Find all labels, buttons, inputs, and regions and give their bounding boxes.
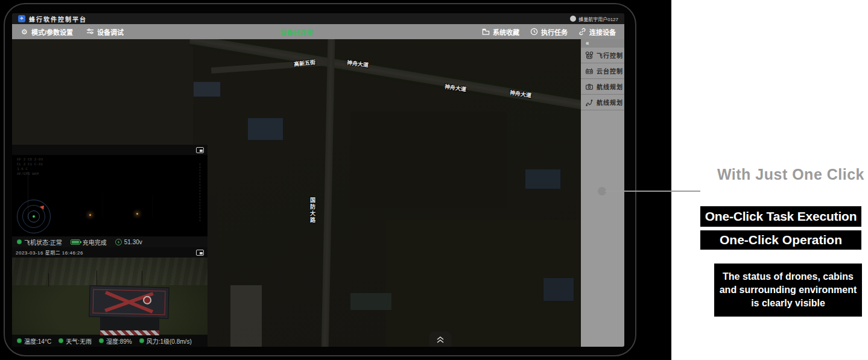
video2-status-bar: 温度:14°C 天气:无雨 湿度:89% 风力:1级(0.8m/s) xyxy=(12,335,207,347)
compass-hud xyxy=(17,200,51,233)
marketing-highlight-2: One-Click Operation xyxy=(700,230,861,250)
sidebar-item-route-planning-photo[interactable]: 航线规划 xyxy=(581,79,624,95)
description-line: is clearly visible xyxy=(751,298,825,309)
power-pole xyxy=(103,192,103,218)
street-light xyxy=(89,214,91,216)
charge-status: 充电完成 xyxy=(71,238,107,247)
title-bar: ✈ 蜂行软件控制平台 蜂巢航宇用户0127 xyxy=(12,13,624,24)
cabin-camera-feed[interactable]: 2023-03-16 星期二 16:46:26 xyxy=(12,247,207,347)
marketing-description: The status of drones, cabins and surroun… xyxy=(714,264,862,317)
hud-right-scale xyxy=(200,163,200,221)
aircraft-status: 飞机状态:正常 xyxy=(17,238,62,247)
sliders-icon xyxy=(86,28,94,36)
status-dot-green xyxy=(59,338,63,343)
description-line: The status of drones, cabins xyxy=(723,271,854,282)
expand-panel-button[interactable] xyxy=(429,332,451,347)
camera-icon xyxy=(585,83,594,91)
video1-header xyxy=(12,145,207,155)
voltage-icon xyxy=(115,239,122,245)
aircraft-status-label: 飞机状态:正常 xyxy=(24,238,62,247)
picture-in-picture-icon[interactable] xyxy=(196,147,204,153)
device-debug-label: 设备调试 xyxy=(97,27,124,37)
connect-device-button[interactable]: 连接设备 xyxy=(578,27,616,37)
picture-in-picture-icon[interactable] xyxy=(196,250,204,256)
gimbal-icon xyxy=(585,67,594,75)
weather-status: 天气:无雨 xyxy=(59,336,92,346)
page: ✈ 蜂行软件控制平台 蜂巢航宇用户0127 ⚙ 模式/参数设置 设备调试 xyxy=(0,0,868,360)
sidebar-item-route-planning[interactable]: 航线规划 xyxy=(581,95,624,110)
status-dot-green xyxy=(17,239,22,244)
user-name: 蜂巢航宇用户0127 xyxy=(578,16,618,22)
link-icon xyxy=(578,28,586,36)
charge-status-label: 充电完成 xyxy=(83,238,107,247)
app-screen: ✈ 蜂行软件控制平台 蜂巢航宇用户0127 ⚙ 模式/参数设置 设备调试 xyxy=(12,13,624,347)
highlight2-text: One-Click Operation xyxy=(720,233,842,247)
drone-camera-feed[interactable]: GF 2 CD 2-03 CL 2 C1 C-01 3.6 C AF/GPS W… xyxy=(12,145,207,247)
video1-status-bar: 飞机状态:正常 充电完成 51.30v xyxy=(12,236,207,247)
avatar xyxy=(570,16,576,22)
battery-icon xyxy=(71,239,80,245)
status-dot-green xyxy=(139,338,144,343)
voltage-value: 51.30v xyxy=(124,239,142,245)
map-road-label: 国防大路 xyxy=(309,197,317,224)
description-line: and surrounding environment xyxy=(720,285,857,295)
marketing-headline: With Just One Click xyxy=(717,166,864,183)
power-pole xyxy=(152,195,153,218)
video2-content xyxy=(12,257,207,335)
temperature-status: 温度:14°C xyxy=(17,336,51,346)
sidebar-item-label: 飞行控制 xyxy=(597,51,623,60)
wind-value: 风力:1级(0.8m/s) xyxy=(147,336,192,346)
sidebar-collapse-button[interactable]: « xyxy=(581,39,624,48)
connect-device-label: 连接设备 xyxy=(589,27,616,37)
folder-icon xyxy=(482,28,490,36)
double-chevron-up-icon xyxy=(435,335,446,344)
toolbar-left-group: ⚙ 模式/参数设置 设备调试 xyxy=(21,27,124,37)
app-title: 蜂行软件控制平台 xyxy=(29,14,87,24)
sidebar-item-label: 航线规划 xyxy=(597,98,623,107)
route-icon xyxy=(585,98,594,107)
humidity-value: 湿度:89% xyxy=(106,336,132,346)
sidebar-item-gimbal-control[interactable]: 云台控制 xyxy=(581,63,624,79)
status-dot-green xyxy=(99,338,104,343)
sidebar-item-label: 云台控制 xyxy=(597,66,623,75)
mode-settings-button[interactable]: ⚙ 模式/参数设置 xyxy=(21,27,73,37)
temperature-value: 温度:14°C xyxy=(24,336,51,346)
voltage-status: 51.30v xyxy=(115,239,142,245)
clock-icon xyxy=(530,28,538,36)
humidity-status: 湿度:89% xyxy=(99,336,132,346)
sidebar-item-label: 航线规划 xyxy=(597,82,623,91)
grass-vignette xyxy=(12,257,207,335)
street-light xyxy=(136,213,138,215)
system-favorites-label: 系统收藏 xyxy=(493,27,519,37)
wind-status: 风力:1级(0.8m/s) xyxy=(139,336,192,346)
system-favorites-button[interactable]: 系统收藏 xyxy=(482,27,519,37)
toolbar: ⚙ 模式/参数设置 设备调试 设备已连接 系统收藏 xyxy=(12,24,624,39)
callout-line xyxy=(605,191,700,192)
drone-icon xyxy=(585,51,594,60)
hud-telemetry-text: GF 2 CD 2-03 CL 2 C1 C-01 3.6 C AF/GPS W… xyxy=(17,157,43,177)
video1-content: GF 2 CD 2-03 CL 2 C1 C-01 3.6 C AF/GPS W… xyxy=(12,155,207,236)
gear-icon: ⚙ xyxy=(21,28,28,36)
user-badge[interactable]: 蜂巢航宇用户0127 xyxy=(570,16,618,22)
toolbar-right-group: 系统收藏 执行任务 连接设备 xyxy=(482,27,616,37)
collapse-chevrons: « xyxy=(586,40,589,46)
highlight1-text: One-Click Task Execution xyxy=(705,209,857,224)
status-dot-green xyxy=(17,338,22,343)
app-logo-icon: ✈ xyxy=(18,15,25,22)
video2-header: 2023-03-16 星期二 16:46:26 xyxy=(12,247,207,257)
execute-task-label: 执行任务 xyxy=(541,27,568,37)
sidebar-item-flight-control[interactable]: 飞行控制 xyxy=(581,48,624,63)
mode-settings-label: 模式/参数设置 xyxy=(31,27,73,37)
device-debug-button[interactable]: 设备调试 xyxy=(86,27,124,37)
camera-timestamp: 2023-03-16 星期二 16:46:26 xyxy=(16,249,83,256)
marketing-highlight-1: One-Click Task Execution xyxy=(700,206,861,227)
execute-task-button[interactable]: 执行任务 xyxy=(530,27,568,37)
weather-value: 天气:无雨 xyxy=(66,336,92,346)
